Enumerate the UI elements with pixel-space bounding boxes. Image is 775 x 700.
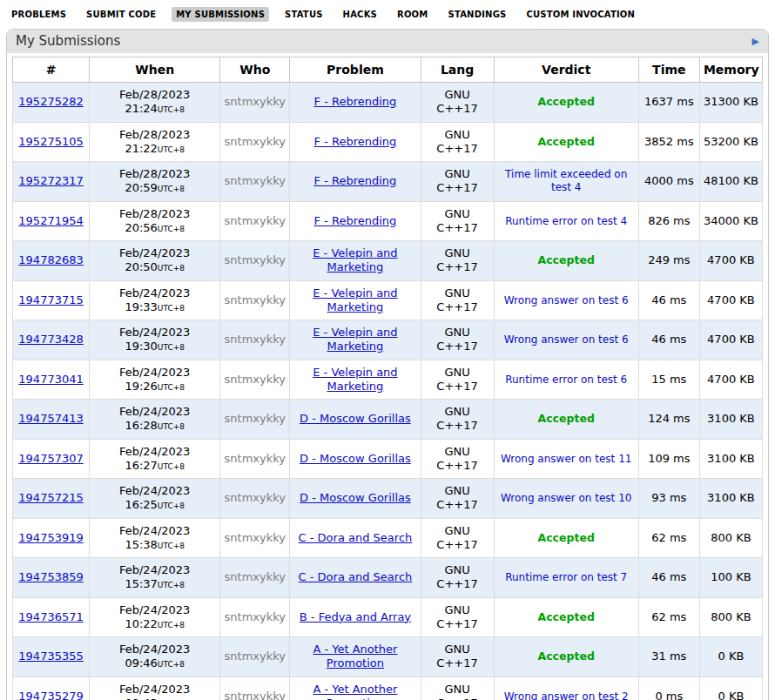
memory-cell: 800 KB <box>699 518 762 558</box>
submission-date: Feb/24/2023 <box>93 326 216 340</box>
submission-id-link[interactable]: 195275105 <box>18 135 83 148</box>
submission-id-link[interactable]: 194736571 <box>18 610 83 623</box>
problem-cell: D - Moscow Gorillas <box>290 439 421 479</box>
nav-item-my-submissions[interactable]: MY SUBMISSIONS <box>172 7 269 22</box>
submission-id-link[interactable]: 194757215 <box>18 491 83 504</box>
submission-id-link[interactable]: 194773428 <box>18 333 83 346</box>
user-link[interactable]: sntmxykky <box>225 610 286 623</box>
timezone-label: UTC+8 <box>158 343 185 352</box>
problem-cell: E - Velepin and Marketing <box>290 360 421 400</box>
user-link[interactable]: sntmxykky <box>225 690 286 700</box>
collapse-arrow-icon[interactable]: ▶ <box>752 37 761 46</box>
submission-time: 16:27UTC+8 <box>93 459 216 473</box>
when-cell: Feb/24/2023 20:50UTC+8 <box>90 241 220 281</box>
problem-link[interactable]: E - Velepin and Marketing <box>295 326 415 354</box>
exec-time: 4000 ms <box>644 174 694 187</box>
submission-id-link[interactable]: 194753859 <box>18 570 83 583</box>
submission-date: Feb/24/2023 <box>93 603 216 617</box>
problem-cell: C - Dora and Search <box>290 558 421 598</box>
nav-item-room[interactable]: ROOM <box>393 7 432 22</box>
verdict-cell: Wrong answer on test 6 <box>494 280 638 320</box>
user-link[interactable]: sntmxykky <box>225 373 286 386</box>
nav-item-hacks[interactable]: HACKS <box>339 7 381 22</box>
user-link[interactable]: sntmxykky <box>225 491 286 504</box>
submission-id-link[interactable]: 194773041 <box>18 373 83 386</box>
nav-item-custom-invocation[interactable]: CUSTOM INVOCATION <box>522 7 639 22</box>
exec-time: 62 ms <box>651 531 686 544</box>
submission-id-link[interactable]: 194735279 <box>18 690 83 700</box>
when-cell: Feb/24/2023 16:28UTC+8 <box>90 400 220 440</box>
problem-cell: B - Fedya and Array <box>290 597 421 637</box>
problem-link[interactable]: D - Moscow Gorillas <box>300 491 411 505</box>
user-link[interactable]: sntmxykky <box>225 412 286 425</box>
problem-link[interactable]: E - Velepin and Marketing <box>295 246 415 275</box>
submission-id-link[interactable]: 194757307 <box>18 452 83 465</box>
who-cell: sntmxykky <box>220 439 290 479</box>
who-cell: sntmxykky <box>220 518 290 558</box>
user-link[interactable]: sntmxykky <box>225 135 286 148</box>
submission-id-link[interactable]: 194773715 <box>18 293 83 306</box>
nav-item-submit-code[interactable]: SUBMIT CODE <box>82 7 160 22</box>
user-link[interactable]: sntmxykky <box>225 333 286 346</box>
lang-cell: GNU C++17 <box>421 360 494 400</box>
problem-link[interactable]: F - Rebrending <box>314 95 397 109</box>
who-cell: sntmxykky <box>220 162 290 202</box>
submission-id-link[interactable]: 194753919 <box>18 531 83 544</box>
problem-link[interactable]: D - Moscow Gorillas <box>300 452 411 466</box>
my-submissions-panel: My Submissions ▶ # When Who Problem Lang… <box>6 29 769 700</box>
user-link[interactable]: sntmxykky <box>225 650 286 663</box>
problem-link[interactable]: E - Velepin and Marketing <box>295 286 415 315</box>
problem-link[interactable]: A - Yet Another Promotion <box>295 643 415 671</box>
user-link[interactable]: sntmxykky <box>225 293 286 306</box>
submission-id-cell: 194753859 <box>13 558 90 598</box>
problem-link[interactable]: A - Yet Another Promotion <box>295 683 415 700</box>
verdict-text: Runtime error on test 4 <box>505 215 627 228</box>
user-link[interactable]: sntmxykky <box>225 570 286 583</box>
who-cell: sntmxykky <box>220 122 290 162</box>
problem-link[interactable]: F - Rebrending <box>314 214 397 228</box>
user-link[interactable]: sntmxykky <box>225 95 286 108</box>
problem-link[interactable]: C - Dora and Search <box>299 531 413 545</box>
when-cell: Feb/24/2023 16:27UTC+8 <box>90 439 220 479</box>
submission-id-link[interactable]: 195271954 <box>18 214 83 227</box>
user-link[interactable]: sntmxykky <box>225 253 286 266</box>
problem-cell: F - Rebrending <box>290 201 421 241</box>
nav-item-status[interactable]: STATUS <box>280 7 327 22</box>
table-header-row: # When Who Problem Lang Verdict Time Mem… <box>13 57 763 83</box>
problem-link[interactable]: B - Fedya and Array <box>300 610 411 624</box>
exec-time: 31 ms <box>651 650 686 663</box>
time-cell: 31 ms <box>638 637 699 677</box>
problem-link[interactable]: C - Dora and Search <box>299 570 413 584</box>
nav-item-problems[interactable]: PROBLEMS <box>7 7 71 22</box>
when-cell: Feb/28/2023 20:59UTC+8 <box>90 162 220 202</box>
submission-id-link[interactable]: 194735355 <box>18 650 83 663</box>
who-cell: sntmxykky <box>220 400 290 440</box>
problem-link[interactable]: E - Velepin and Marketing <box>295 366 415 394</box>
memory-used: 4700 KB <box>707 373 755 386</box>
table-row: 194782683 Feb/24/2023 20:50UTC+8 sntmxyk… <box>13 241 763 281</box>
language-label: GNU C++17 <box>435 88 479 117</box>
user-link[interactable]: sntmxykky <box>225 452 286 465</box>
submission-id-link[interactable]: 194757413 <box>18 412 83 425</box>
memory-used: 48100 KB <box>704 174 758 187</box>
column-header-id: # <box>13 57 90 83</box>
time-cell: 109 ms <box>638 439 699 479</box>
when-cell: Feb/28/2023 21:24UTC+8 <box>90 83 220 123</box>
problem-link[interactable]: F - Rebrending <box>314 174 397 188</box>
time-cell: 1637 ms <box>638 83 699 123</box>
problem-cell: C - Dora and Search <box>290 518 421 558</box>
submission-id-cell: 194753919 <box>13 518 90 558</box>
verdict-text: Accepted <box>538 95 595 109</box>
user-link[interactable]: sntmxykky <box>225 174 286 187</box>
problem-link[interactable]: D - Moscow Gorillas <box>300 412 411 426</box>
problem-link[interactable]: F - Rebrending <box>314 135 397 149</box>
submission-id-link[interactable]: 195272317 <box>18 174 83 187</box>
submission-id-link[interactable]: 195275282 <box>18 95 83 108</box>
submission-id-cell: 195272317 <box>13 162 90 202</box>
submission-id-link[interactable]: 194782683 <box>18 253 83 266</box>
user-link[interactable]: sntmxykky <box>225 531 286 544</box>
language-label: GNU C++17 <box>435 207 479 236</box>
nav-item-standings[interactable]: STANDINGS <box>443 7 510 22</box>
user-link[interactable]: sntmxykky <box>225 214 286 227</box>
submission-id-cell: 194773428 <box>13 320 90 360</box>
